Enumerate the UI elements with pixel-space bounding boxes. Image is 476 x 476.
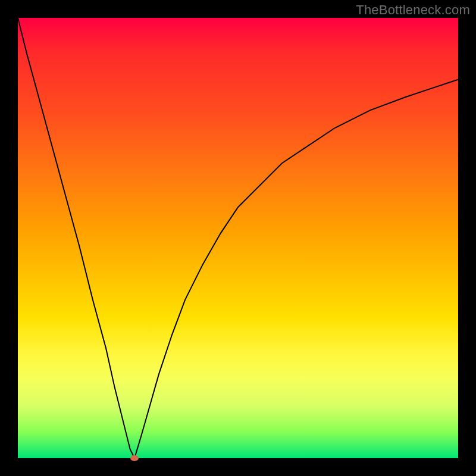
curve-svg xyxy=(18,18,458,458)
plot-area xyxy=(18,18,458,458)
minimum-marker xyxy=(130,455,139,461)
chart-frame: TheBottleneck.com xyxy=(0,0,476,476)
curve-path xyxy=(18,18,458,458)
watermark-text: TheBottleneck.com xyxy=(356,2,470,18)
